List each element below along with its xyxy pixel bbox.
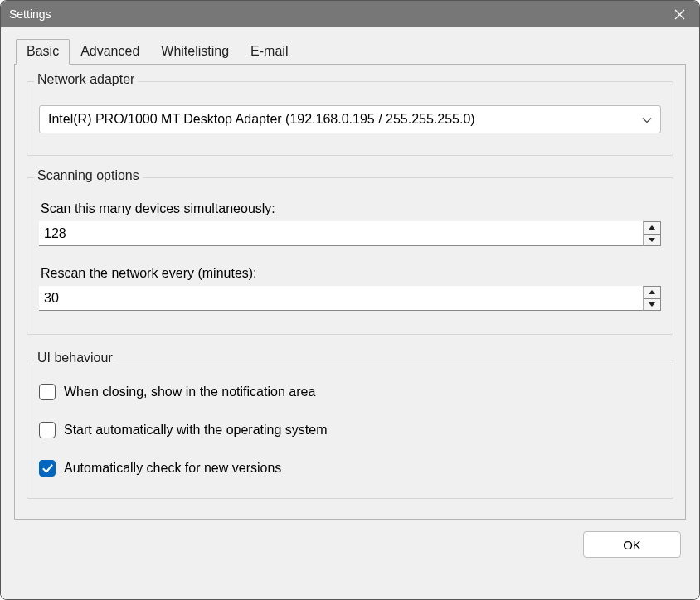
rescan-label: Rescan the network every (minutes): (41, 266, 661, 281)
group-legend-ui-behaviour: UI behaviour (34, 351, 116, 365)
svg-marker-2 (649, 225, 655, 230)
simultaneous-spin-buttons (643, 221, 661, 246)
ok-button[interactable]: OK (583, 531, 681, 558)
svg-marker-4 (649, 290, 655, 294)
triangle-down-icon (649, 238, 655, 242)
tabstrip: Basic Advanced Whitelisting E-mail (16, 39, 686, 64)
group-scanning-options: Scanning options Scan this many devices … (27, 177, 673, 335)
window-title: Settings (9, 7, 51, 21)
tray-checkbox-label: When closing, show in the notification a… (64, 385, 315, 399)
titlebar: Settings (1, 1, 699, 27)
update-checkbox-label: Automatically check for new versions (64, 461, 281, 476)
rescan-spin-up[interactable] (644, 287, 660, 299)
autostart-checkbox-row[interactable]: Start automatically with the operating s… (39, 422, 661, 438)
group-legend-network-adapter: Network adapter (34, 72, 138, 87)
chevron-down-icon (642, 112, 652, 127)
triangle-up-icon (649, 225, 655, 230)
simultaneous-spin-down[interactable] (644, 235, 660, 246)
svg-marker-3 (649, 238, 655, 242)
close-button[interactable] (668, 2, 691, 26)
group-legend-scanning: Scanning options (34, 168, 143, 183)
autostart-checkbox-label: Start automatically with the operating s… (64, 423, 327, 438)
simultaneous-input[interactable] (39, 221, 643, 246)
triangle-up-icon (649, 290, 655, 294)
tab-email[interactable]: E-mail (240, 39, 299, 64)
tray-checkbox[interactable] (39, 384, 56, 400)
autostart-checkbox[interactable] (39, 422, 56, 438)
rescan-spin-buttons (643, 286, 661, 311)
group-ui-behaviour: UI behaviour When closing, show in the n… (27, 360, 673, 499)
settings-window: Settings Basic Advanced Whitelisting E-m… (0, 0, 700, 600)
simultaneous-label: Scan this many devices simultaneously: (41, 201, 661, 216)
network-adapter-value: Intel(R) PRO/1000 MT Desktop Adapter (19… (48, 112, 475, 127)
tab-basic[interactable]: Basic (16, 39, 70, 65)
group-network-adapter: Network adapter Intel(R) PRO/1000 MT Des… (27, 81, 673, 156)
close-icon (674, 9, 685, 20)
rescan-input[interactable] (39, 286, 643, 311)
rescan-spinner (39, 286, 661, 311)
check-icon (42, 464, 53, 473)
client-area: Basic Advanced Whitelisting E-mail Netwo… (1, 27, 699, 599)
rescan-spin-down[interactable] (644, 299, 660, 311)
simultaneous-spinner (39, 221, 661, 246)
svg-marker-5 (649, 302, 655, 307)
network-adapter-select[interactable]: Intel(R) PRO/1000 MT Desktop Adapter (19… (39, 105, 661, 133)
tray-checkbox-row[interactable]: When closing, show in the notification a… (39, 384, 661, 400)
update-checkbox[interactable] (39, 460, 56, 477)
tab-advanced[interactable]: Advanced (70, 39, 150, 64)
tab-panel-basic: Network adapter Intel(R) PRO/1000 MT Des… (14, 64, 686, 520)
triangle-down-icon (649, 302, 655, 307)
dialog-button-row: OK (14, 520, 686, 558)
simultaneous-spin-up[interactable] (644, 222, 660, 235)
update-checkbox-row[interactable]: Automatically check for new versions (39, 460, 661, 477)
tab-whitelisting[interactable]: Whitelisting (150, 39, 240, 64)
